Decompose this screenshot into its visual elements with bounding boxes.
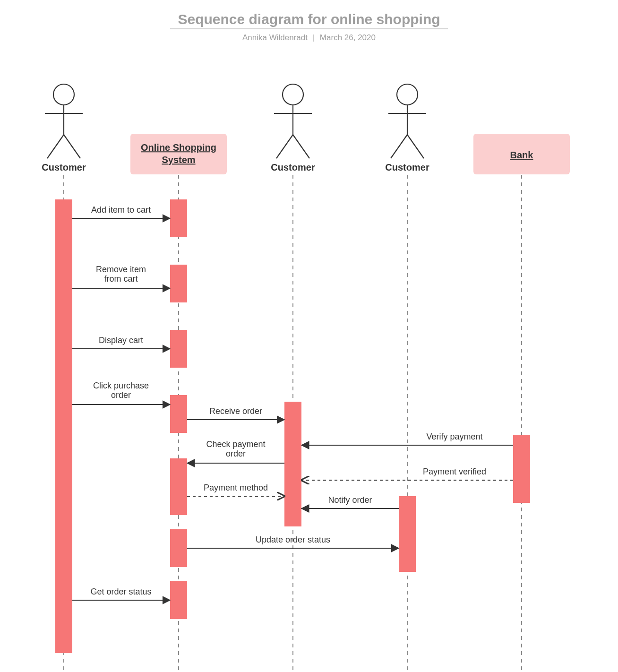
activation-bank bbox=[513, 435, 530, 503]
svg-line-4 bbox=[64, 135, 80, 158]
actor-customer1: Customer bbox=[42, 84, 86, 172]
svg-point-0 bbox=[53, 84, 74, 105]
activation-system-5 bbox=[170, 458, 187, 515]
participant-system: Online Shopping System bbox=[130, 134, 227, 174]
svg-rect-5 bbox=[130, 134, 227, 174]
activation-system-2 bbox=[170, 265, 187, 302]
page-title: Sequence diagram for online shopping bbox=[0, 11, 618, 27]
msg-text-5: Receive order bbox=[209, 406, 262, 416]
msg-text-8: Payment verified bbox=[423, 467, 486, 476]
msg-text-7a: Check payment bbox=[206, 439, 265, 449]
msg-text-6: Verify payment bbox=[426, 432, 482, 441]
activation-system-6 bbox=[170, 529, 187, 567]
separator: | bbox=[310, 33, 318, 42]
sequence-diagram: Customer Online Shopping System Customer… bbox=[0, 57, 618, 672]
title-underline bbox=[170, 28, 448, 29]
svg-line-15 bbox=[407, 135, 424, 158]
actor-customer3: Customer bbox=[385, 84, 429, 172]
msg-text-7b: order bbox=[226, 449, 246, 458]
msg-text-2b: from cart bbox=[104, 274, 137, 284]
author-label: Annika Wildenradt bbox=[242, 33, 308, 42]
actor-label-customer1: Customer bbox=[42, 162, 86, 172]
svg-point-11 bbox=[397, 84, 418, 105]
actor-label-customer2: Customer bbox=[271, 162, 315, 172]
activation-customer2 bbox=[284, 402, 301, 526]
msg-text-10: Notify order bbox=[328, 495, 372, 505]
svg-point-6 bbox=[283, 84, 303, 105]
msg-text-2a: Remove item bbox=[96, 265, 146, 274]
activation-system-3 bbox=[170, 330, 187, 368]
activation-system-1 bbox=[170, 199, 187, 237]
activation-system-7 bbox=[170, 581, 187, 619]
page-subtitle: Annika Wildenradt | March 26, 2020 bbox=[0, 33, 618, 43]
actor-customer2: Customer bbox=[271, 84, 315, 172]
msg-text-3: Display cart bbox=[99, 336, 143, 345]
svg-line-10 bbox=[293, 135, 309, 158]
msg-text-11: Update order status bbox=[256, 535, 330, 544]
msg-text-1: Add item to cart bbox=[91, 205, 151, 215]
msg-text-9: Payment method bbox=[204, 483, 268, 492]
participant-bank: Bank bbox=[473, 134, 570, 174]
participant-label-system-l1: Online Shopping bbox=[141, 142, 216, 153]
msg-text-12: Get order status bbox=[90, 587, 151, 596]
participant-label-system-l2: System bbox=[162, 155, 195, 165]
msg-text-4b: order bbox=[111, 390, 131, 400]
activation-customer1 bbox=[55, 199, 72, 653]
activation-customer3 bbox=[399, 496, 416, 572]
svg-line-14 bbox=[391, 135, 407, 158]
actor-label-customer3: Customer bbox=[385, 162, 429, 172]
msg-text-4a: Click purchase bbox=[93, 381, 149, 390]
svg-line-3 bbox=[47, 135, 64, 158]
svg-line-9 bbox=[276, 135, 293, 158]
date-label: March 26, 2020 bbox=[320, 33, 376, 42]
participant-label-bank: Bank bbox=[510, 150, 534, 160]
activation-system-4 bbox=[170, 395, 187, 433]
